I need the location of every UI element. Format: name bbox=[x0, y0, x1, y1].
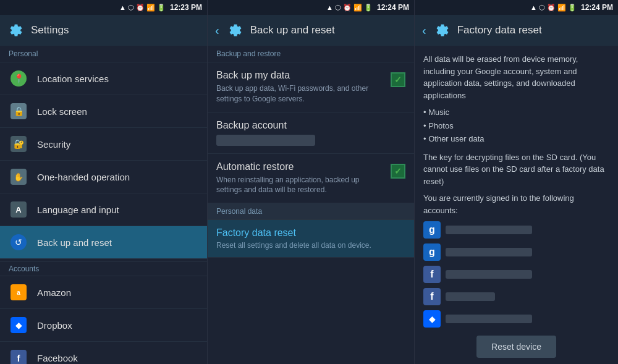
location-label: Location services bbox=[37, 74, 198, 84]
middle-top-bar: ‹ Back up and reset bbox=[208, 15, 414, 46]
left-top-bar: Settings bbox=[0, 15, 207, 46]
back-up-my-data-desc: Back up app data, Wi-Fi passwords, and o… bbox=[216, 83, 386, 104]
warning-text: All data will be erased from device memo… bbox=[423, 53, 609, 101]
sidebar-item-security[interactable]: 🔐 Security bbox=[0, 128, 207, 161]
back-arrow-icon[interactable]: ‹ bbox=[215, 23, 219, 38]
facebook-text: Facebook bbox=[37, 353, 198, 363]
reset-device-button[interactable]: Reset device bbox=[476, 336, 556, 358]
backup-label: Back up and reset bbox=[37, 237, 198, 248]
middle-gear-icon bbox=[227, 22, 244, 39]
dropbox-text: Dropbox bbox=[37, 320, 198, 331]
factory-content: All data will be erased from device memo… bbox=[415, 46, 618, 329]
reset-button-area: Reset device bbox=[415, 329, 618, 364]
right-status-icons: ▲ ⬡ ⏰ 📶 🔋 12:24 PM bbox=[530, 3, 613, 12]
alarm-icon: ⏰ bbox=[136, 4, 145, 12]
mid-wifi-icon: 📶 bbox=[353, 4, 362, 12]
sidebar-item-location[interactable]: 📍 Location services bbox=[0, 62, 207, 95]
language-text: Language and input bbox=[37, 205, 198, 215]
lock-text: Lock screen bbox=[37, 106, 198, 117]
wifi-icon: 📶 bbox=[146, 4, 155, 12]
right-bluetooth-icon: ⬡ bbox=[539, 4, 545, 12]
sidebar-item-dropbox[interactable]: ◆ Dropbox bbox=[0, 309, 207, 342]
right-gear-icon bbox=[434, 22, 451, 39]
automatic-restore-title: Automatic restore bbox=[216, 161, 386, 172]
sd-card-text: The key for decrypting files on the SD c… bbox=[423, 151, 609, 188]
account-email-2 bbox=[446, 270, 532, 279]
backup-account-item[interactable]: Backup account bbox=[208, 112, 414, 154]
mid-alarm-icon: ⏰ bbox=[343, 4, 352, 12]
factory-reset-desc: Reset all settings and delete all data o… bbox=[216, 241, 405, 250]
sidebar-item-facebook[interactable]: f Facebook bbox=[0, 342, 207, 364]
sidebar-item-backup[interactable]: ↺ Back up and reset bbox=[0, 226, 207, 259]
facebook-icon-0: f bbox=[423, 266, 441, 283]
backup-icon: ↺ bbox=[9, 232, 28, 252]
backup-text: Back up and reset bbox=[37, 237, 198, 248]
sidebar-item-amazon[interactable]: a Amazon bbox=[0, 276, 207, 309]
mid-bluetooth-icon: ⬡ bbox=[335, 4, 341, 12]
sidebar-item-language[interactable]: A Language and input bbox=[0, 193, 207, 226]
facebook-icon-1: f bbox=[423, 288, 441, 305]
account-row-1: g bbox=[423, 243, 609, 261]
sidebar-item-onehand[interactable]: ✋ One-handed operation bbox=[0, 161, 207, 193]
settings-gear-icon bbox=[7, 22, 25, 39]
onehand-text: One-handed operation bbox=[37, 172, 198, 182]
back-up-my-data-item[interactable]: Back up my data Back up app data, Wi-Fi … bbox=[208, 62, 414, 112]
personal-section-header: Personal bbox=[0, 46, 207, 62]
location-text: Location services bbox=[37, 74, 198, 84]
account-email-1 bbox=[446, 248, 532, 256]
middle-title: Back up and reset bbox=[250, 24, 335, 36]
right-title: Factory data reset bbox=[457, 24, 542, 36]
bullet-item-0: • Music bbox=[423, 106, 609, 119]
amazon-icon: a bbox=[9, 282, 28, 302]
account-row-3: f bbox=[423, 288, 609, 305]
factory-reset-title: Factory data reset bbox=[216, 227, 405, 239]
security-label: Security bbox=[37, 139, 198, 150]
backup-account-title: Backup account bbox=[216, 120, 405, 131]
account-email-3 bbox=[446, 292, 495, 301]
account-row-0: g bbox=[423, 221, 609, 239]
backup-account-value bbox=[216, 135, 315, 146]
left-status-bar: ▲ ⬡ ⏰ 📶 🔋 12:23 PM bbox=[0, 0, 207, 15]
security-icon: 🔐 bbox=[9, 134, 28, 154]
left-content: Personal 📍 Location services 🔒 Lock scre… bbox=[0, 46, 207, 364]
facebook-label: Facebook bbox=[37, 353, 198, 363]
backup-restore-header: Backup and restore bbox=[208, 46, 414, 62]
right-back-arrow-icon[interactable]: ‹ bbox=[422, 23, 426, 38]
right-status-bar: ▲ ⬡ ⏰ 📶 🔋 12:24 PM bbox=[415, 0, 618, 15]
factory-data-reset-item[interactable]: Factory data reset Reset all settings an… bbox=[208, 220, 414, 258]
right-time: 12:24 PM bbox=[581, 3, 613, 12]
sidebar-item-lock[interactable]: 🔒 Lock screen bbox=[0, 95, 207, 128]
automatic-restore-item[interactable]: Automatic restore When reinstalling an a… bbox=[208, 154, 414, 204]
accounts-section-header: Accounts bbox=[0, 261, 207, 276]
back-up-checkbox[interactable] bbox=[391, 72, 405, 87]
left-time: 12:23 PM bbox=[170, 3, 202, 12]
middle-panel: ▲ ⬡ ⏰ 📶 🔋 12:24 PM ‹ Back up and reset B… bbox=[208, 0, 415, 364]
mid-signal-icon: ▲ bbox=[326, 4, 333, 11]
right-panel: ▲ ⬡ ⏰ 📶 🔋 12:24 PM ‹ Factory data reset … bbox=[415, 0, 618, 364]
dropbox-icon: ◆ bbox=[9, 315, 28, 335]
bullet-item-2: • Other user data bbox=[423, 133, 609, 145]
bullet-item-1: • Photos bbox=[423, 120, 609, 132]
middle-content: Backup and restore Back up my data Back … bbox=[208, 46, 414, 364]
facebook-icon: f bbox=[9, 348, 28, 364]
onehand-icon: ✋ bbox=[9, 167, 28, 187]
left-title: Settings bbox=[31, 24, 69, 36]
automatic-restore-text: Automatic restore When reinstalling an a… bbox=[216, 161, 386, 196]
accounts-list: g g f f ◆ bbox=[423, 221, 609, 328]
middle-time: 12:24 PM bbox=[377, 3, 409, 12]
mid-battery-icon: 🔋 bbox=[364, 4, 373, 12]
security-text: Security bbox=[37, 139, 198, 150]
automatic-restore-checkbox[interactable] bbox=[391, 164, 405, 179]
automatic-restore-desc: When reinstalling an application, backed… bbox=[216, 175, 386, 196]
left-panel: ▲ ⬡ ⏰ 📶 🔋 12:23 PM Settings Personal 📍 L… bbox=[0, 0, 208, 364]
account-row-2: f bbox=[423, 266, 609, 283]
dropbox-label: Dropbox bbox=[37, 320, 198, 331]
lock-icon: 🔒 bbox=[9, 101, 28, 121]
account-email-0 bbox=[446, 226, 532, 234]
battery-icon: 🔋 bbox=[157, 4, 166, 12]
location-icon: 📍 bbox=[9, 69, 28, 88]
middle-status-icons: ▲ ⬡ ⏰ 📶 🔋 12:24 PM bbox=[326, 3, 409, 12]
onehand-label: One-handed operation bbox=[37, 172, 198, 182]
right-signal-icon: ▲ bbox=[530, 4, 537, 11]
lock-label: Lock screen bbox=[37, 106, 198, 117]
